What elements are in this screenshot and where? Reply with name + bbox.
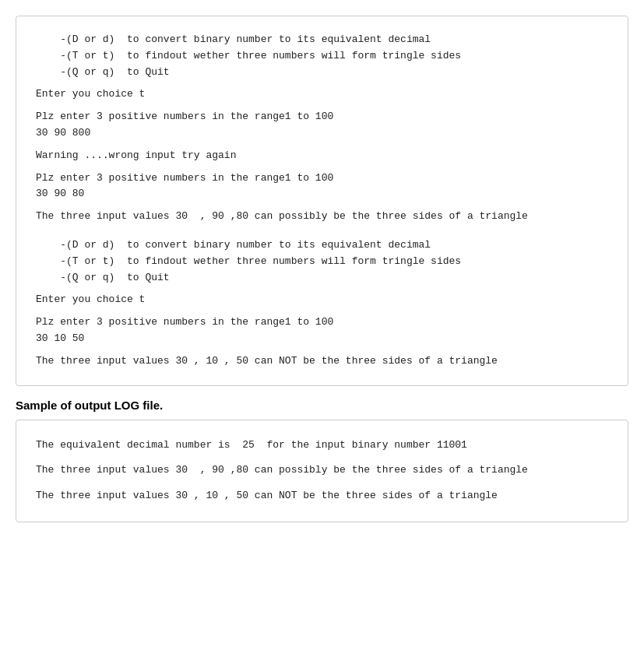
terminal-line: -(T or t) to findout wether three number… bbox=[36, 48, 608, 65]
log-line bbox=[36, 480, 608, 487]
terminal-line: Enter you choice t bbox=[36, 292, 608, 308]
terminal-line bbox=[36, 308, 608, 314]
terminal-line: 30 10 50 bbox=[36, 331, 608, 347]
terminal-line: -(D or d) to convert binary number to it… bbox=[36, 237, 608, 254]
log-line bbox=[36, 455, 608, 461]
terminal-line bbox=[36, 80, 608, 86]
terminal-line: 30 90 80 bbox=[36, 186, 608, 202]
terminal-box: -(D or d) to convert binary number to it… bbox=[16, 16, 628, 386]
log-line: The three input values 30 , 10 , 50 can … bbox=[36, 487, 608, 506]
terminal-line: Warning ....wrong input try again bbox=[36, 148, 608, 164]
log-line: The three input values 30 , 90 ,80 can p… bbox=[36, 461, 608, 480]
terminal-line bbox=[36, 286, 608, 292]
terminal-line: The three input values 30 , 10 , 50 can … bbox=[36, 353, 608, 370]
terminal-line: Plz enter 3 positive numbers in the rang… bbox=[36, 170, 608, 187]
terminal-line: Plz enter 3 positive numbers in the rang… bbox=[36, 109, 608, 125]
terminal-line bbox=[36, 231, 608, 237]
log-box: The equivalent decimal number is 25 for … bbox=[16, 420, 628, 522]
log-line: The equivalent decimal number is 25 for … bbox=[36, 436, 608, 455]
section-label: Sample of output LOG file. bbox=[16, 399, 628, 412]
terminal-line: -(T or t) to findout wether three number… bbox=[36, 254, 608, 270]
terminal-line bbox=[36, 164, 608, 170]
terminal-line: -(Q or q) to Quit bbox=[36, 270, 608, 286]
terminal-line: Plz enter 3 positive numbers in the rang… bbox=[36, 314, 608, 331]
terminal-line: 30 90 800 bbox=[36, 125, 608, 142]
terminal-line bbox=[36, 225, 608, 231]
terminal-line: -(Q or q) to Quit bbox=[36, 65, 608, 81]
terminal-line bbox=[36, 202, 608, 209]
terminal-line bbox=[36, 142, 608, 148]
terminal-line bbox=[36, 103, 608, 109]
terminal-line: -(D or d) to convert binary number to it… bbox=[36, 32, 608, 48]
terminal-line: The three input values 30 , 90 ,80 can p… bbox=[36, 209, 608, 225]
terminal-line: Enter you choice t bbox=[36, 86, 608, 103]
terminal-line bbox=[36, 347, 608, 353]
